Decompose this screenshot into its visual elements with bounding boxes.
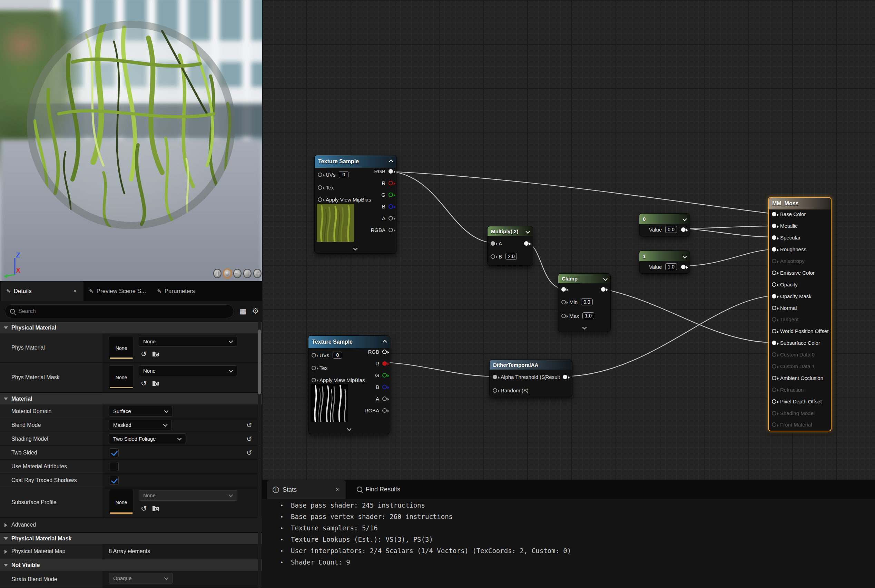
output-pin-row[interactable]: A: [370, 212, 393, 224]
output-pin-icon[interactable]: [524, 241, 529, 246]
use-selected-asset-icon[interactable]: [141, 504, 147, 513]
input-pin-icon[interactable]: [772, 224, 776, 228]
preview-shape-mesh-button[interactable]: [253, 269, 262, 278]
input-pin-icon[interactable]: [772, 270, 776, 275]
row-advanced[interactable]: Advanced: [0, 518, 262, 532]
row-physical-material-map[interactable]: Physical Material Map 8 Array elements: [0, 544, 262, 559]
output-pin-row[interactable]: G: [364, 369, 387, 381]
material-preview-viewport[interactable]: Z X: [0, 0, 262, 281]
input-pin-icon[interactable]: [772, 236, 776, 240]
shading-model-dropdown[interactable]: Two Sided Foliage: [109, 434, 186, 444]
material-pin-row[interactable]: Custom Data 1: [772, 361, 830, 372]
material-pin-row[interactable]: Ambient Occlusion: [772, 372, 830, 384]
details-scrollbar-thumb[interactable]: [258, 330, 261, 394]
browse-to-asset-icon[interactable]: [152, 379, 159, 387]
material-pin-row[interactable]: World Position Offset: [772, 326, 830, 337]
input-pin-icon[interactable]: [772, 352, 776, 357]
uvs-value-field[interactable]: 0: [333, 352, 342, 358]
input-pin-icon[interactable]: [312, 353, 316, 357]
pin-tex[interactable]: Tex: [318, 182, 334, 192]
expand-chevron-icon[interactable]: [682, 254, 687, 258]
pin-alpha-threshold[interactable]: Alpha Threshold (S): [493, 372, 547, 382]
node-texture-sample-1[interactable]: Texture Sample UVs 0 Tex Apply View MipB…: [314, 155, 396, 254]
pin-tex[interactable]: Tex: [312, 363, 327, 373]
node-expand-chevron-icon[interactable]: [582, 325, 587, 330]
output-pin-icon[interactable]: [388, 228, 393, 232]
pin-constant-output[interactable]: [681, 262, 686, 272]
display-filter-icon[interactable]: [240, 307, 246, 315]
output-pin-icon[interactable]: [382, 373, 387, 378]
input-pin-icon[interactable]: [491, 241, 495, 246]
expand-chevron-icon[interactable]: [526, 229, 530, 234]
collapse-chevron-icon[interactable]: [389, 159, 393, 164]
tab-find-results[interactable]: Find Results: [351, 480, 406, 499]
output-pin-icon[interactable]: [382, 385, 387, 389]
output-pin-row[interactable]: RGB: [364, 346, 387, 357]
pin-apply-view-mipbias[interactable]: Apply View MipBias: [312, 375, 365, 385]
output-pin-row[interactable]: R: [370, 177, 393, 189]
output-pin-icon[interactable]: [681, 227, 686, 232]
reset-to-default-icon[interactable]: [246, 448, 252, 457]
material-pin-row[interactable]: Shading Model: [772, 407, 830, 419]
material-pin-row[interactable]: Base Color: [772, 208, 830, 220]
material-pin-row[interactable]: Roughness: [772, 244, 830, 255]
material-pin-row[interactable]: Specular: [772, 232, 830, 244]
collapse-chevron-icon[interactable]: [383, 340, 387, 344]
output-pin-icon[interactable]: [388, 181, 393, 185]
use-material-attributes-checkbox[interactable]: [110, 462, 119, 471]
material-pin-row[interactable]: Metallic: [772, 220, 830, 232]
multiply-b-value-field[interactable]: 2.0: [505, 253, 517, 260]
pin-uvs[interactable]: UVs 0: [312, 350, 342, 360]
subsurface-profile-dropdown[interactable]: None: [139, 490, 237, 501]
clamp-max-value-field[interactable]: 1.0: [583, 312, 594, 319]
material-pin-row[interactable]: Pixel Depth Offset: [772, 396, 830, 407]
node-texture-sample-2[interactable]: Texture Sample UVs 0 Tex Apply View MipB…: [308, 335, 390, 434]
output-pin-icon[interactable]: [601, 287, 605, 292]
expand-chevron-icon[interactable]: [682, 217, 687, 221]
input-pin-icon[interactable]: [318, 197, 322, 202]
section-material[interactable]: Material: [0, 393, 262, 404]
reset-to-default-icon[interactable]: [246, 421, 252, 429]
node-expand-chevron-icon[interactable]: [353, 246, 358, 250]
material-graph-canvas[interactable]: Texture Sample UVs 0 Tex Apply View MipB…: [262, 0, 875, 480]
browse-to-asset-icon[interactable]: [152, 504, 159, 512]
pin-apply-view-mipbias[interactable]: Apply View MipBias: [318, 194, 371, 205]
output-pin-icon[interactable]: [382, 361, 387, 366]
output-pin-row[interactable]: RGBA: [364, 404, 387, 416]
material-pin-row[interactable]: Emissive Color: [772, 267, 830, 279]
input-pin-icon[interactable]: [772, 212, 776, 216]
expand-chevron-icon[interactable]: [603, 276, 608, 281]
node-multiply[interactable]: Multiply(,2) A B 2.0: [487, 226, 533, 266]
input-pin-icon[interactable]: [772, 317, 776, 322]
pin-clamp-input[interactable]: [561, 284, 566, 294]
use-selected-asset-icon[interactable]: [141, 350, 147, 358]
node-constant-0[interactable]: 0 Value 0.0: [639, 213, 690, 236]
output-pin-icon[interactable]: [681, 265, 686, 269]
phys-material-mask-dropdown[interactable]: None: [139, 365, 237, 376]
tab-stats[interactable]: i Stats: [267, 480, 346, 499]
output-pin-icon[interactable]: [563, 375, 567, 379]
input-pin-icon[interactable]: [312, 366, 316, 370]
cast-ray-traced-shadows-checkbox[interactable]: [110, 476, 119, 485]
preview-shape-cube-button[interactable]: [243, 269, 252, 278]
pin-clamp-max[interactable]: Max 1.0: [561, 310, 594, 321]
preview-shape-cylinder-button[interactable]: [213, 269, 222, 278]
input-pin-icon[interactable]: [772, 422, 776, 427]
material-pin-row[interactable]: Front Material: [772, 419, 830, 430]
settings-gear-icon[interactable]: [252, 306, 259, 316]
material-domain-dropdown[interactable]: Surface: [109, 406, 173, 417]
output-pin-icon[interactable]: [382, 408, 387, 413]
output-pin-row[interactable]: B: [370, 201, 393, 212]
search-input[interactable]: Search: [5, 304, 234, 318]
output-pin-row[interactable]: G: [370, 189, 393, 201]
close-icon[interactable]: [334, 486, 340, 493]
material-pin-row[interactable]: Tangent: [772, 314, 830, 326]
blend-mode-dropdown[interactable]: Masked: [109, 420, 172, 430]
pin-dither-random[interactable]: Random (S): [493, 385, 529, 396]
material-pin-row[interactable]: Subsurface Color: [772, 337, 830, 349]
input-pin-icon[interactable]: [772, 329, 776, 333]
input-pin-icon[interactable]: [772, 306, 776, 310]
phys-material-dropdown[interactable]: None: [139, 336, 237, 347]
input-pin-icon[interactable]: [493, 388, 497, 393]
phys-material-thumbnail[interactable]: None: [109, 336, 134, 360]
